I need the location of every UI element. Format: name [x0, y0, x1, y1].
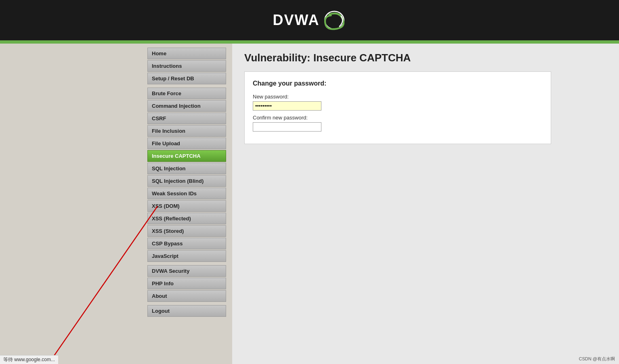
sidebar-item-command-injection[interactable]: Command Injection — [147, 100, 226, 112]
sidebar-item-xss-reflected[interactable]: XSS (Reflected) — [147, 213, 226, 224]
watermark-text: CSDN @有点水啊 — [579, 356, 615, 361]
sidebar-group-vulnerabilities: Brute Force Command Injection CSRF File … — [147, 88, 232, 262]
sidebar-item-instructions[interactable]: Instructions — [147, 60, 226, 72]
sidebar-item-dvwa-security[interactable]: DVWA Security — [147, 265, 226, 277]
dvwa-logo: DVWA — [273, 9, 346, 31]
page-title: Vulnerability: Insecure CAPTCHA — [244, 52, 607, 64]
sidebar-item-setup[interactable]: Setup / Reset DB — [147, 73, 226, 84]
sidebar-item-brute-force[interactable]: Brute Force — [147, 88, 226, 99]
watermark: CSDN @有点水啊 — [579, 356, 615, 362]
sidebar-item-sql-injection[interactable]: SQL Injection — [147, 163, 226, 174]
sidebar-group-main: Home Instructions Setup / Reset DB — [147, 48, 232, 84]
sidebar-item-sql-injection-blind[interactable]: SQL Injection (Blind) — [147, 175, 226, 187]
confirm-password-input[interactable] — [253, 122, 321, 132]
sidebar-item-file-inclusion[interactable]: File Inclusion — [147, 125, 226, 137]
main-content: Vulnerability: Insecure CAPTCHA Change y… — [232, 44, 619, 364]
status-bar: 等待 www.google.com... — [0, 355, 58, 364]
form-box: Change your password: New password: Conf… — [244, 71, 551, 144]
sidebar-item-javascript[interactable]: JavaScript — [147, 250, 226, 262]
sidebar-item-logout[interactable]: Logout — [147, 305, 226, 317]
left-panel — [0, 44, 147, 364]
sidebar-item-php-info[interactable]: PHP Info — [147, 278, 226, 289]
sidebar: Home Instructions Setup / Reset DB Brute… — [147, 44, 232, 364]
confirm-password-label: Confirm new password: — [253, 115, 543, 121]
sidebar-group-logout: Logout — [147, 305, 232, 317]
form-heading: Change your password: — [253, 80, 543, 87]
sidebar-item-csrf[interactable]: CSRF — [147, 113, 226, 124]
sidebar-item-xss-dom[interactable]: XSS (DOM) — [147, 200, 226, 212]
confirm-password-group: Confirm new password: — [253, 115, 543, 132]
sidebar-item-csp-bypass[interactable]: CSP Bypass — [147, 238, 226, 249]
new-password-input[interactable] — [253, 101, 321, 111]
sidebar-group-system: DVWA Security PHP Info About — [147, 265, 232, 302]
green-accent-bar — [0, 40, 619, 44]
sidebar-item-about[interactable]: About — [147, 290, 226, 302]
new-password-label: New password: — [253, 94, 543, 100]
sidebar-item-xss-stored[interactable]: XSS (Stored) — [147, 225, 226, 237]
sidebar-item-weak-session[interactable]: Weak Session IDs — [147, 188, 226, 199]
logo-text: DVWA — [273, 12, 320, 29]
new-password-group: New password: — [253, 94, 543, 111]
logo-swirl-icon — [322, 9, 346, 31]
status-text: 等待 www.google.com... — [3, 357, 55, 362]
sidebar-item-file-upload[interactable]: File Upload — [147, 138, 226, 149]
sidebar-item-insecure-captcha[interactable]: Insecure CAPTCHA — [147, 150, 226, 162]
sidebar-item-home[interactable]: Home — [147, 48, 226, 59]
header: DVWA — [0, 0, 619, 40]
